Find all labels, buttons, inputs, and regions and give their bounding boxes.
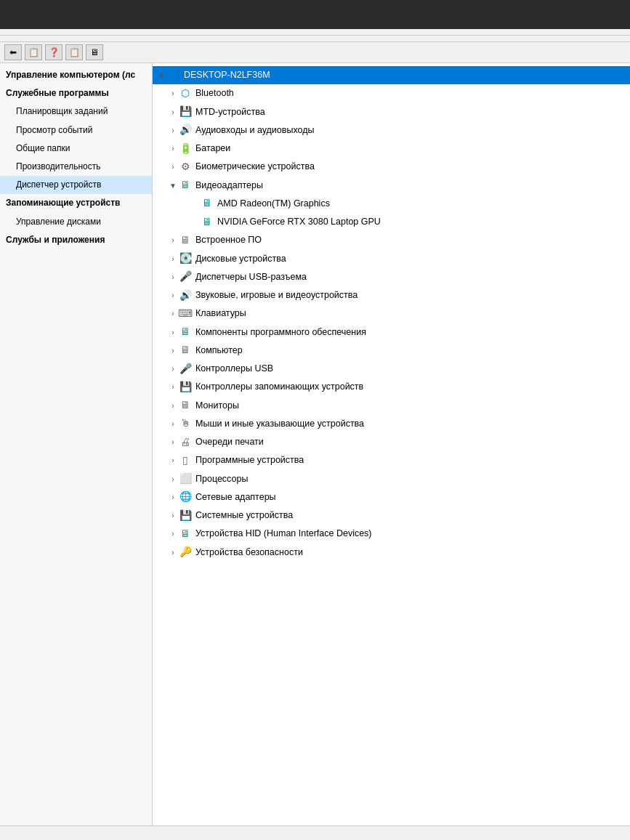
tree-item-label-19: Мыши и иные указывающие устройства — [195, 416, 364, 432]
left-panel-item-5[interactable]: Производительность — [0, 158, 152, 176]
device-icon-12: 🔊 — [179, 289, 192, 302]
tree-item-label-15: Компьютер — [195, 343, 243, 358]
device-icon-26: 🔑 — [179, 546, 192, 559]
device-icon-13: ⌨ — [179, 307, 192, 320]
tree-item-label-2: MTD-устройства — [195, 105, 265, 120]
device-icon-10: 💽 — [179, 252, 192, 265]
tree-item-5[interactable]: ›⚙Биометрические устройства — [153, 158, 630, 176]
tree-item-14[interactable]: ›🖥Компоненты программного обеспечения — [153, 323, 630, 342]
left-panel-item-3[interactable]: Просмотр событий — [0, 121, 152, 140]
toolbar-btn-1[interactable]: ⬅ — [4, 44, 22, 60]
tree-item-label-5: Биометрические устройства — [195, 159, 315, 174]
tree-item-18[interactable]: ›🖥Мониторы — [153, 397, 630, 415]
tree-item-22[interactable]: ›⬜Процессоры — [153, 470, 630, 488]
tree-item-24[interactable]: ›💾Системные устройства — [153, 506, 630, 525]
window: ⬅ 📋 ❓ 📋 🖥 Управление компьютером (лсСлуж… — [0, 0, 630, 840]
tree-item-4[interactable]: ›🔋Батареи — [153, 140, 630, 158]
tree-item-label-8: NVIDIA GeForce RTX 3080 Laptop GPU — [217, 214, 381, 230]
tree-item-7[interactable]: 🖥AMD Radeon(TM) Graphics — [153, 195, 630, 213]
expander-icon-22: › — [167, 473, 179, 485]
device-icon-1: ⬡ — [179, 87, 192, 100]
left-panel-item-1[interactable]: Служебные программы — [0, 84, 152, 102]
right-panel: ▼🖥DESKTOP-N2LF36M›⬡Bluetooth›💾MTD-устрой… — [153, 63, 630, 825]
expander-icon-9: › — [167, 234, 179, 246]
left-panel-item-2[interactable]: Планировщик заданий — [0, 102, 152, 121]
expander-icon-17: › — [167, 381, 179, 393]
expander-icon-21: › — [167, 454, 179, 467]
device-icon-4: 🔋 — [179, 142, 192, 156]
expander-icon-24: › — [167, 509, 179, 522]
tree-item-label-18: Мониторы — [195, 398, 239, 413]
left-panel-item-7[interactable]: Запоминающие устройств — [0, 194, 152, 212]
tree-item-label-21: Программные устройства — [195, 453, 304, 468]
tree-item-19[interactable]: ›🖱Мыши и иные указывающие устройства — [153, 415, 630, 433]
toolbar-btn-4[interactable]: 📋 — [65, 44, 83, 60]
expander-icon-5: › — [167, 161, 179, 173]
tree-item-6[interactable]: ▼🖥Видеоадаптеры — [153, 177, 630, 195]
tree-item-9[interactable]: ›🖥Встроенное ПО — [153, 231, 630, 249]
tree-item-3[interactable]: ›🔊Аудиовходы и аудиовыходы — [153, 121, 630, 140]
device-icon-15: 🖥 — [179, 344, 192, 357]
device-icon-17: 💾 — [179, 381, 192, 394]
menu-help[interactable] — [38, 37, 47, 40]
tree-item-11[interactable]: ›🎤Диспетчеры USB-разъема — [153, 268, 630, 286]
device-icon-5: ⚙ — [179, 161, 192, 174]
left-panel-item-4[interactable]: Общие папки — [0, 140, 152, 158]
tree-item-25[interactable]: ›🖥Устройства HID (Human Interface Device… — [153, 525, 630, 543]
expander-icon-11: › — [167, 271, 179, 283]
device-icon-3: 🔊 — [179, 124, 192, 137]
tree-item-2[interactable]: ›💾MTD-устройства — [153, 103, 630, 121]
menu-bar — [0, 36, 630, 42]
tree-item-13[interactable]: ›⌨Клавиатуры — [153, 304, 630, 323]
tree-item-10[interactable]: ›💽Дисковые устройства — [153, 250, 630, 268]
left-panel-item-6[interactable]: Диспетчер устройств — [0, 176, 152, 194]
tree-item-label-22: Процессоры — [195, 472, 248, 487]
expander-icon-20: › — [167, 436, 179, 448]
tree-item-label-13: Клавиатуры — [195, 306, 246, 321]
tree-item-17[interactable]: ›💾Контроллеры запоминающих устройств — [153, 378, 630, 396]
device-icon-14: 🖥 — [179, 326, 192, 339]
tree-item-label-6: Видеоадаптеры — [195, 178, 263, 193]
tree-item-label-14: Компоненты программного обеспечения — [195, 325, 366, 340]
left-panel: Управление компьютером (лсСлужебные прог… — [0, 63, 153, 825]
expander-icon-2: › — [167, 106, 179, 118]
left-panel-item-0[interactable]: Управление компьютером (лс — [0, 66, 152, 84]
tree-item-26[interactable]: ›🔑Устройства безопасности — [153, 544, 630, 562]
tree-item-8[interactable]: 🖥NVIDIA GeForce RTX 3080 Laptop GPU — [153, 213, 630, 231]
left-panel-item-9[interactable]: Службы и приложения — [0, 231, 152, 249]
tree-item-16[interactable]: ›🎤Контроллеры USB — [153, 360, 630, 378]
expander-icon-26: › — [167, 546, 179, 559]
toolbar-btn-5[interactable]: 🖥 — [86, 44, 103, 60]
main-content: Управление компьютером (лсСлужебные прог… — [0, 63, 630, 825]
tree-item-1[interactable]: ›⬡Bluetooth — [153, 84, 630, 102]
tree-item-0[interactable]: ▼🖥DESKTOP-N2LF36M — [153, 66, 630, 84]
tree-item-label-1: Bluetooth — [195, 86, 234, 101]
left-panel-item-8[interactable]: Управление дисками — [0, 213, 152, 231]
tree-item-label-23: Сетевые адаптеры — [195, 490, 276, 505]
device-icon-16: 🎤 — [179, 363, 192, 376]
tree-item-label-3: Аудиовходы и аудиовыходы — [195, 123, 314, 138]
tree-item-label-11: Диспетчеры USB-разъема — [195, 270, 307, 285]
tree-item-label-12: Звуковые, игровые и видеоустройства — [195, 288, 358, 303]
toolbar: ⬅ 📋 ❓ 📋 🖥 — [0, 42, 630, 63]
toolbar-btn-3[interactable]: ❓ — [45, 44, 62, 60]
tree-item-21[interactable]: ›▯Программные устройства — [153, 451, 630, 469]
tree-item-label-16: Контроллеры USB — [195, 361, 273, 376]
device-icon-24: 💾 — [179, 509, 192, 522]
device-icon-0: 🖥 — [167, 69, 180, 82]
device-icon-6: 🖥 — [179, 179, 192, 192]
toolbar-btn-2[interactable]: 📋 — [25, 44, 42, 60]
device-icon-18: 🖥 — [179, 399, 192, 412]
tree-item-12[interactable]: ›🔊Звуковые, игровые и видеоустройства — [153, 286, 630, 304]
tree-item-20[interactable]: ›🖨Очереди печати — [153, 433, 630, 451]
tree-item-label-20: Очереди печати — [195, 435, 264, 450]
tree-item-label-7: AMD Radeon(TM) Graphics — [217, 196, 330, 211]
tree-item-23[interactable]: ›🌐Сетевые адаптеры — [153, 488, 630, 506]
menu-view[interactable] — [20, 37, 29, 40]
tree-item-15[interactable]: ›🖥Компьютер — [153, 342, 630, 360]
title-bar — [0, 29, 630, 36]
menu-action[interactable] — [3, 37, 12, 40]
device-icon-21: ▯ — [179, 454, 192, 467]
device-icon-22: ⬜ — [179, 472, 192, 485]
expander-icon-13: › — [167, 307, 179, 320]
